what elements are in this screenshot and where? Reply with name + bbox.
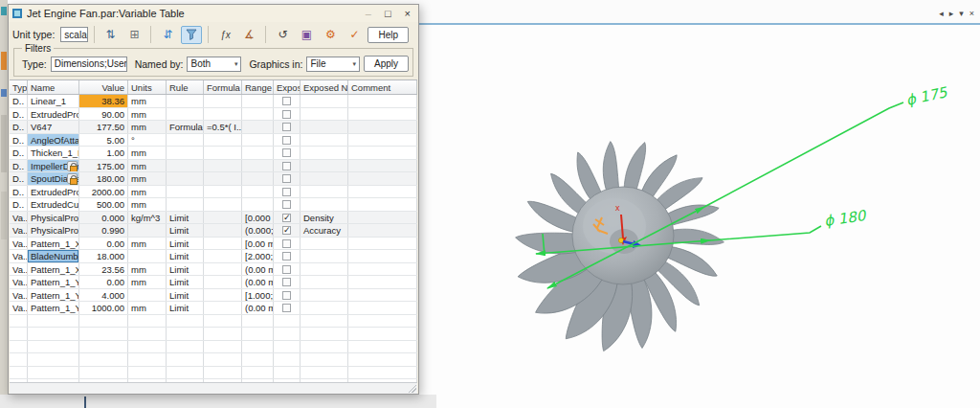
table-row[interactable]: Va..BladeNumber18.000Limit[2.000;) <box>10 250 417 263</box>
cell-rule[interactable] <box>167 95 204 107</box>
empty-cell[interactable] <box>167 353 204 366</box>
close-button[interactable]: × <box>405 8 411 19</box>
cell-expose[interactable] <box>274 238 301 250</box>
empty-cell[interactable] <box>242 315 274 328</box>
refresh-icon[interactable]: ↺ <box>272 26 293 44</box>
filter-type-select[interactable]: Dimensions;User Variables;P...▾ <box>51 57 127 72</box>
cell-type[interactable]: D.. <box>10 121 28 133</box>
expose-checkbox[interactable] <box>282 110 291 119</box>
maximize-button[interactable]: □ <box>385 8 391 19</box>
variable-name[interactable]: PhysicalProp... <box>31 213 79 223</box>
empty-cell[interactable] <box>79 315 128 328</box>
cell-formula[interactable]: =0.5*( I... <box>204 121 242 133</box>
empty-cell[interactable] <box>274 353 301 366</box>
variable-name[interactable]: Thicken_1_Di... <box>31 147 79 158</box>
empty-cell[interactable] <box>204 328 242 340</box>
cell-value[interactable]: 175.00 <box>79 160 128 172</box>
cell-rule[interactable]: Limit <box>167 276 204 288</box>
cell-name[interactable]: ExtrudedProt... <box>28 108 79 121</box>
cell-units[interactable]: mm <box>128 238 167 250</box>
empty-cell[interactable] <box>128 341 167 353</box>
empty-cell[interactable] <box>167 328 204 340</box>
cell-type[interactable]: D.. <box>10 147 28 159</box>
variable-name[interactable]: Pattern_1_XD... <box>31 264 79 275</box>
cell-exposed-name[interactable] <box>301 289 348 302</box>
cell-comment[interactable] <box>348 238 417 250</box>
expose-checkbox[interactable] <box>282 278 291 286</box>
column-header-formula[interactable]: Formula <box>204 80 242 94</box>
cell-comment[interactable] <box>348 224 417 237</box>
column-header-comment[interactable]: Comment <box>348 80 417 94</box>
graphics-in-select[interactable]: File▾ <box>306 57 360 72</box>
cell-exposed-name[interactable]: Accuracy <box>301 224 348 237</box>
cell-units[interactable]: mm <box>128 302 167 314</box>
tab-scroll-left-icon[interactable]: ◂ <box>939 9 944 18</box>
cell-type[interactable]: D.. <box>10 134 28 147</box>
cell-expose[interactable] <box>274 224 301 237</box>
cell-exposed-name[interactable] <box>301 238 348 250</box>
resize-grip[interactable] <box>408 384 416 393</box>
empty-cell[interactable] <box>301 328 348 340</box>
tab-scroll-right-icon[interactable]: ▸ <box>949 9 954 18</box>
cell-range[interactable] <box>242 147 274 159</box>
cell-type[interactable]: Va.. <box>10 289 28 302</box>
cell-units[interactable]: mm <box>128 95 167 107</box>
cell-name[interactable]: ExtrudedCut... <box>28 198 79 211</box>
cell-expose[interactable] <box>274 160 301 172</box>
cell-value[interactable]: 0.990 <box>79 224 128 237</box>
cell-value[interactable]: 0.00 <box>79 238 128 250</box>
cell-formula[interactable] <box>204 212 242 224</box>
expose-checkbox[interactable] <box>282 291 291 300</box>
empty-cell[interactable] <box>348 353 417 366</box>
cell-range[interactable]: [1.000;) <box>242 289 274 302</box>
cell-rule[interactable]: Formula <box>167 121 204 133</box>
cell-type[interactable]: D.. <box>10 198 28 211</box>
table-row[interactable]: D..ExtrudedProt...90.00mm <box>10 108 417 122</box>
cell-exposed-name[interactable] <box>301 250 348 262</box>
empty-cell[interactable] <box>128 328 167 340</box>
cell-formula[interactable] <box>204 250 242 262</box>
variable-name[interactable]: Pattern_1_YD... <box>31 303 79 313</box>
cell-value[interactable]: 1.00 <box>79 147 128 159</box>
cell-expose[interactable] <box>274 289 301 302</box>
cell-type[interactable]: D.. <box>10 108 28 121</box>
cell-range[interactable] <box>242 172 274 185</box>
empty-table-row[interactable] <box>10 367 417 380</box>
dialog-titlebar[interactable]: Jet Engine Fan.par:Variable Table – □ × <box>9 5 418 22</box>
cell-type[interactable]: Va.. <box>10 302 28 314</box>
cell-comment[interactable] <box>348 95 417 107</box>
empty-cell[interactable] <box>204 315 242 328</box>
cell-exposed-name[interactable] <box>301 108 348 121</box>
cell-value[interactable]: 5.00 <box>79 134 128 147</box>
cell-name[interactable]: BladeNumber <box>28 250 79 262</box>
cell-range[interactable]: (0.00 m... <box>242 302 274 314</box>
cell-range[interactable]: [0.00 m... <box>242 238 274 250</box>
cell-value[interactable]: 0.000 <box>79 212 128 224</box>
cell-formula[interactable] <box>204 289 242 302</box>
column-header-type[interactable]: Type <box>10 80 28 94</box>
empty-table-row[interactable] <box>10 328 417 341</box>
cell-rule[interactable]: Limit <box>167 302 204 314</box>
cell-formula[interactable] <box>204 186 242 198</box>
cell-value[interactable]: 500.00 <box>79 198 128 211</box>
variable-name[interactable]: Pattern_1_YD... <box>31 277 79 287</box>
cell-exposed-name[interactable] <box>301 147 348 159</box>
cell-range[interactable]: (0.000;1... <box>242 224 274 237</box>
cell-comment[interactable] <box>348 160 417 172</box>
variable-name[interactable]: ExtrudedProt... <box>31 187 79 197</box>
cell-name[interactable]: Pattern_1_YD... <box>28 276 79 288</box>
cell-comment[interactable] <box>348 198 417 211</box>
cell-units[interactable]: mm <box>128 121 167 133</box>
cell-rule[interactable] <box>167 108 204 121</box>
empty-cell[interactable] <box>242 328 274 340</box>
cell-units[interactable]: mm <box>128 198 167 211</box>
empty-cell[interactable] <box>242 353 274 366</box>
table-row[interactable]: D..ExtrudedProt...2000.00mm <box>10 186 417 199</box>
cell-value[interactable]: 4.000 <box>79 289 128 302</box>
cell-rule[interactable]: Limit <box>167 238 204 250</box>
cell-rule[interactable]: Limit <box>167 212 204 224</box>
tab-list-dropdown-icon[interactable]: ▾ <box>959 9 964 18</box>
cell-name[interactable]: Pattern_1_YD... <box>28 289 79 302</box>
cell-value[interactable]: 2000.00 <box>79 186 128 198</box>
variable-name[interactable]: Linear_1 <box>31 96 66 106</box>
